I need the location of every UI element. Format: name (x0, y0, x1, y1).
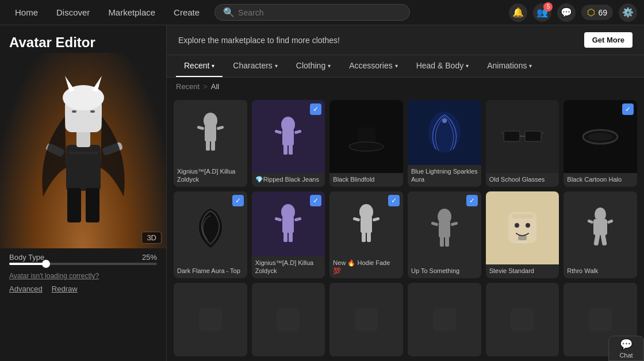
svg-rect-58 (512, 214, 533, 218)
item-card[interactable] (486, 283, 559, 356)
tab-clothing[interactable]: Clothing ▾ (288, 55, 339, 77)
tab-characters[interactable]: Characters ▾ (225, 55, 285, 77)
main-layout: Avatar Editor (0, 25, 644, 361)
friends-button[interactable]: 👥 5 (533, 3, 551, 22)
item-card[interactable]: Stevie Standard (486, 191, 559, 278)
svg-rect-69 (355, 308, 378, 331)
search-input[interactable] (238, 8, 401, 17)
chat-button[interactable]: 💬 Chat (608, 336, 644, 361)
item-card[interactable]: Black Blindfold (329, 100, 403, 187)
tab-head-body[interactable]: Head & Body ▾ (408, 55, 477, 77)
tab-animations[interactable]: Animations ▾ (479, 55, 540, 77)
item-name: Xignius™[A.D] Killua Zoldyck (252, 256, 325, 279)
item-thumbnail (408, 283, 481, 356)
item-name: Black Blindfold (329, 173, 403, 187)
redraw-button[interactable]: Redraw (52, 285, 78, 293)
item-card[interactable] (408, 283, 481, 356)
nav-discover[interactable]: Discover (48, 4, 98, 21)
item-card[interactable]: Blue Lightning Sparkles Aura (408, 100, 481, 187)
tab-clothing-chevron: ▾ (328, 63, 331, 69)
svg-point-57 (526, 223, 530, 228)
tab-recent-chevron: ▾ (212, 63, 214, 69)
svg-rect-39 (289, 232, 293, 242)
svg-rect-64 (587, 220, 593, 224)
tab-characters-chevron: ▾ (275, 63, 278, 69)
robux-button[interactable]: ⬡ 69 (581, 5, 613, 20)
item-name: Up To Something (408, 264, 481, 278)
svg-rect-38 (283, 232, 288, 242)
loading-error-link[interactable]: Avatar isn't loading correctly? (0, 270, 166, 282)
item-thumbnail (329, 100, 403, 173)
item-card[interactable]: ✓Up To Something (408, 191, 481, 278)
svg-rect-68 (277, 308, 300, 331)
svg-rect-70 (433, 308, 456, 331)
notifications-button[interactable]: 🔔 (509, 3, 527, 22)
item-card[interactable]: Old School Glasses (486, 100, 559, 187)
svg-line-33 (501, 132, 504, 134)
svg-point-42 (281, 204, 295, 220)
advanced-button[interactable]: Advanced (9, 285, 43, 293)
item-thumbnail: ✓ (174, 191, 247, 264)
item-card[interactable]: ✓New 🔥 Hodie Fade 💯 (329, 191, 403, 278)
breadcrumb-parent[interactable]: Recent (176, 82, 200, 91)
svg-rect-23 (294, 130, 302, 135)
item-card[interactable]: ✓💎Ripped Black Jeans (252, 100, 325, 187)
item-name: Old School Glasses (486, 173, 559, 187)
item-name: Dark Flame Aura - Top (174, 264, 247, 278)
slider-thumb[interactable] (42, 260, 50, 268)
svg-rect-44 (362, 232, 366, 242)
item-card[interactable]: Rthro Walk (564, 191, 637, 278)
category-tabs: Recent ▾ Characters ▾ Clothing ▾ Accesso… (167, 55, 644, 78)
tab-accessories[interactable]: Accessories ▾ (341, 55, 405, 77)
nav-create[interactable]: Create (166, 4, 208, 21)
svg-point-27 (349, 142, 384, 151)
avatar-svg (26, 70, 141, 231)
item-thumbnail (174, 100, 247, 165)
body-type-slider[interactable] (9, 263, 157, 265)
badge-3d[interactable]: 3D (141, 232, 162, 244)
item-card[interactable]: Xignius™[A.D] Killua Zoldyck (174, 100, 247, 187)
svg-point-29 (442, 118, 447, 123)
tab-recent[interactable]: Recent ▾ (176, 55, 223, 77)
item-card[interactable]: ✓Black Cartoon Halo (564, 100, 637, 187)
search-bar[interactable]: 🔍 (214, 4, 410, 21)
explore-text: Explore the marketplace to find more clo… (178, 36, 340, 45)
tab-characters-label: Characters (233, 61, 272, 70)
item-name: Stevie Standard (486, 264, 559, 278)
chat-nav-button[interactable]: 💬 (557, 3, 576, 22)
tab-accessories-label: Accessories (349, 61, 392, 70)
svg-rect-2 (86, 188, 99, 222)
breadcrumb: Recent > All (167, 78, 644, 95)
body-type-row: Body Type 25% (0, 248, 166, 263)
chat-icon: 💬 (620, 338, 632, 351)
nav-home[interactable]: Home (7, 4, 46, 21)
item-check-badge: ✓ (622, 103, 634, 115)
settings-button[interactable]: ⚙️ (619, 3, 637, 22)
svg-rect-14 (206, 140, 210, 151)
svg-rect-47 (373, 217, 380, 222)
item-card[interactable]: ✓Dark Flame Aura - Top (174, 191, 247, 278)
item-card[interactable] (252, 283, 325, 356)
item-card[interactable] (329, 283, 403, 356)
get-more-button[interactable]: Get More (584, 32, 632, 48)
svg-rect-16 (197, 126, 204, 130)
robux-amount: 69 (598, 8, 607, 17)
svg-rect-71 (511, 308, 534, 331)
body-type-value: 25% (142, 253, 157, 262)
chat-label: Chat (619, 352, 632, 359)
item-card[interactable] (174, 283, 247, 356)
breadcrumb-current: All (211, 82, 219, 91)
body-type-label: Body Type (9, 253, 137, 262)
friends-badge: 5 (543, 2, 553, 11)
item-check-badge: ✓ (310, 103, 321, 115)
item-name: Rthro Walk (564, 264, 637, 278)
svg-rect-15 (211, 140, 215, 151)
item-check-badge: ✓ (310, 195, 321, 206)
item-card[interactable]: ✓Xignius™[A.D] Killua Zoldyck (252, 191, 325, 278)
items-grid: Xignius™[A.D] Killua Zoldyck ✓💎Ripped Bl… (167, 95, 644, 361)
advanced-row: Advanced Redraw (0, 282, 166, 295)
nav-marketplace[interactable]: Marketplace (100, 4, 163, 21)
svg-rect-52 (431, 221, 438, 226)
svg-marker-8 (65, 76, 75, 92)
svg-rect-53 (450, 221, 458, 226)
